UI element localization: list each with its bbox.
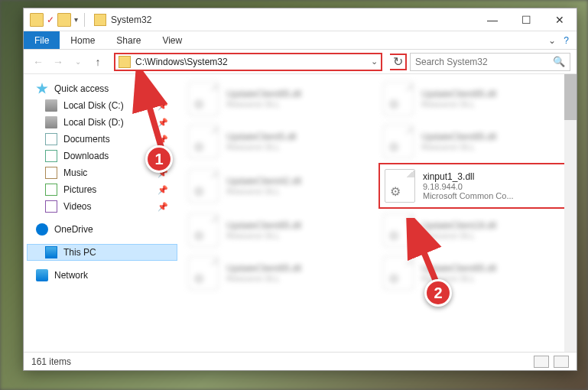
- file-type: Resource DLL: [226, 99, 301, 109]
- file-version: 9.18.944.0: [423, 182, 514, 191]
- ribbon-tab-share[interactable]: Share: [106, 31, 151, 49]
- label: Quick access: [54, 83, 109, 94]
- view-details-button[interactable]: [534, 356, 549, 368]
- label: Downloads: [63, 151, 109, 161]
- file-item[interactable]: UpdateClient65.dllResource DLL: [378, 120, 573, 163]
- recent-dropdown[interactable]: ⌄: [70, 54, 86, 70]
- view-icons-button[interactable]: [554, 356, 569, 368]
- scrollbar-thumb[interactable]: [564, 74, 577, 120]
- label: Local Disk (C:): [63, 100, 124, 111]
- sidebar-item-pictures[interactable]: Pictures📌: [27, 181, 177, 198]
- dll-icon: [188, 125, 219, 158]
- address-dropdown-icon[interactable]: ⌄: [371, 57, 378, 67]
- sidebar-item-music[interactable]: Music📌: [27, 164, 177, 181]
- label: Network: [54, 270, 88, 281]
- file-item[interactable]: UpdateClient65.dllResource DLL: [184, 77, 378, 120]
- file-name: UpdateClient65.dll: [226, 89, 301, 99]
- maximize-button[interactable]: ☐: [509, 8, 543, 31]
- file-name: UpdateClient65.dll: [226, 220, 301, 231]
- sidebar-item-downloads[interactable]: Downloads📌: [27, 148, 177, 164]
- navigation-pane: Quick access Local Disk (C:)📌 Local Disk…: [24, 74, 180, 352]
- file-list[interactable]: UpdateClient65.dllResource DLL UpdateCli…: [180, 74, 577, 352]
- forward-button[interactable]: →: [50, 54, 67, 70]
- address-text[interactable]: C:\Windows\System32: [135, 57, 368, 67]
- titlebar: ✓ ▾ System32 — ☐ ✕: [24, 8, 577, 31]
- dll-icon: [383, 256, 414, 290]
- file-name: UpdateClient65.dll: [421, 263, 496, 274]
- label: Local Disk (D:): [63, 117, 124, 128]
- label: This PC: [63, 247, 96, 258]
- sidebar-item-drive-d[interactable]: Local Disk (D:)📌: [27, 114, 177, 131]
- folder-icon: [30, 13, 44, 27]
- back-button[interactable]: ←: [30, 54, 47, 70]
- music-icon: [45, 167, 57, 179]
- up-button[interactable]: ↑: [89, 54, 106, 70]
- ribbon-expand-icon[interactable]: ⌄: [548, 35, 556, 46]
- search-input[interactable]: [415, 57, 553, 67]
- sidebar-quick-access[interactable]: Quick access: [27, 80, 177, 97]
- label: Videos: [63, 201, 91, 212]
- address-bar[interactable]: C:\Windows\System32 ⌄: [114, 53, 382, 71]
- dll-icon: [383, 82, 414, 115]
- label: Documents: [63, 134, 110, 145]
- file-item[interactable]: UpdateClient65.dllResource DLL: [184, 252, 378, 294]
- downloads-icon: [45, 150, 57, 162]
- sidebar-item-videos[interactable]: Videos📌: [27, 198, 177, 215]
- quick-access-toolbar: ✓ ▾: [24, 13, 94, 27]
- file-type: Resource DLL: [226, 142, 296, 151]
- file-item[interactable]: UpdateClient65.dllResource DLL: [184, 209, 378, 252]
- ribbon-tab-view[interactable]: View: [151, 31, 193, 49]
- file-name: UpdateClient65.dll: [421, 132, 496, 142]
- file-item[interactable]: UpdateClient5.dllResource DLL: [184, 120, 378, 163]
- file-name: UpdateClient5.dll: [226, 132, 296, 142]
- dll-icon: [385, 169, 415, 203]
- file-name: xinput1_3.dll: [423, 171, 514, 182]
- file-name: UpdateClient42.dll: [226, 176, 301, 187]
- label: Music: [63, 167, 87, 178]
- sidebar-onedrive[interactable]: OneDrive: [27, 221, 177, 238]
- minimize-button[interactable]: —: [476, 8, 509, 31]
- search-box[interactable]: 🔍: [410, 53, 570, 71]
- sidebar-network[interactable]: Network: [27, 267, 177, 284]
- window-title: System32: [111, 15, 151, 25]
- pictures-icon: [45, 184, 57, 196]
- pin-icon: 📌: [158, 168, 168, 178]
- qat-dropdown-icon[interactable]: ▾: [74, 15, 78, 24]
- pc-icon: [45, 246, 57, 258]
- vertical-scrollbar[interactable]: [564, 74, 577, 352]
- file-name: UpdateClient19.dll: [421, 220, 496, 231]
- separator: [84, 13, 85, 27]
- ribbon-tab-home[interactable]: Home: [60, 31, 106, 49]
- file-item[interactable]: UpdateClient19.dllResource DLL: [378, 209, 573, 252]
- dll-icon: [383, 125, 414, 158]
- cloud-icon: [36, 223, 48, 236]
- refresh-button[interactable]: ↻: [390, 54, 407, 70]
- close-button[interactable]: ✕: [543, 8, 577, 31]
- navigation-bar: ← → ⌄ ↑ C:\Windows\System32 ⌄ ↻ 🔍: [24, 50, 577, 74]
- dll-icon: [188, 213, 219, 247]
- drive-icon: [45, 116, 57, 128]
- file-item[interactable]: UpdateClient65.dllResource DLL: [378, 77, 573, 120]
- file-item[interactable]: UpdateClient42.dllResource DLL: [184, 163, 378, 209]
- dll-icon: [383, 213, 414, 247]
- network-icon: [36, 269, 48, 281]
- help-icon[interactable]: ?: [564, 35, 569, 46]
- file-item-highlighted[interactable]: xinput1_3.dll9.18.944.0Microsoft Common …: [378, 163, 573, 209]
- sidebar-item-documents[interactable]: Documents📌: [27, 131, 177, 148]
- file-name: UpdateClient65.dll: [421, 89, 496, 99]
- file-item[interactable]: UpdateClient65.dllResource DLL: [378, 252, 573, 294]
- ribbon-tab-file[interactable]: File: [24, 31, 60, 49]
- pin-icon: 📌: [158, 202, 168, 212]
- content-area: Quick access Local Disk (C:)📌 Local Disk…: [24, 74, 577, 352]
- file-name: UpdateClient65.dll: [226, 263, 301, 274]
- search-icon[interactable]: 🔍: [553, 56, 565, 67]
- file-type: Resource DLL: [421, 99, 496, 109]
- pin-icon: 📌: [158, 118, 168, 128]
- sidebar-item-drive-c[interactable]: Local Disk (C:)📌: [27, 97, 177, 114]
- item-count: 161 items: [31, 356, 71, 367]
- pin-icon: 📌: [158, 135, 168, 145]
- label: OneDrive: [54, 224, 93, 235]
- file-type: Resource DLL: [226, 274, 301, 283]
- sidebar-this-pc[interactable]: This PC: [27, 244, 177, 261]
- folder-icon: [119, 56, 131, 68]
